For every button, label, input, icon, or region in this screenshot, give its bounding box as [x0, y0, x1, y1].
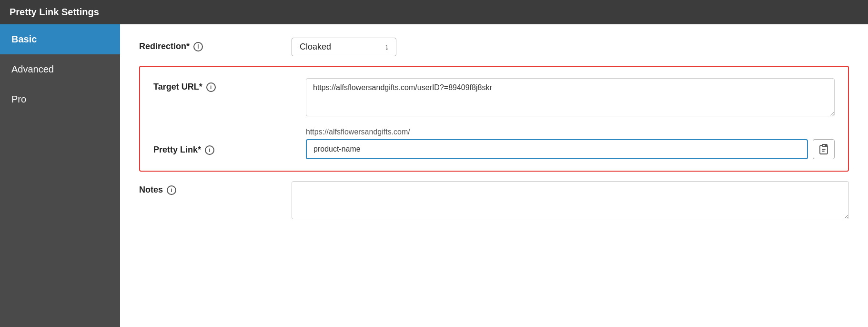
- main-content: Redirection* i Cloaked ⤵ Target URL* i: [120, 24, 868, 327]
- sidebar-item-pro-label: Pro: [11, 94, 26, 104]
- redirection-row: Redirection* i Cloaked ⤵: [139, 38, 849, 56]
- clipboard-icon: [818, 143, 829, 155]
- pretty-link-info-icon[interactable]: i: [205, 145, 214, 155]
- notes-control: [292, 181, 849, 221]
- redirection-info-icon[interactable]: i: [193, 42, 203, 51]
- page-wrapper: Pretty Link Settings Basic Advanced Pro …: [0, 0, 868, 327]
- sidebar-item-advanced-label: Advanced: [11, 64, 54, 74]
- sidebar-item-advanced[interactable]: Advanced: [0, 54, 120, 84]
- redirection-control: Cloaked ⤵: [292, 38, 849, 56]
- pretty-link-controls: https://alfsflowersandgifts.com/: [306, 128, 835, 159]
- target-url-row: Target URL* i https://alfsflowersandgift…: [153, 78, 835, 118]
- pretty-link-slug-input[interactable]: [306, 139, 808, 159]
- redirection-value: Cloaked: [300, 42, 331, 52]
- header: Pretty Link Settings: [0, 0, 868, 24]
- clipboard-button[interactable]: [813, 139, 835, 159]
- target-url-control: https://alfsflowersandgifts.com/userID?=…: [306, 78, 835, 118]
- target-url-info-icon[interactable]: i: [206, 82, 216, 92]
- redirection-select[interactable]: Cloaked ⤵: [292, 38, 396, 56]
- notes-row: Notes i: [139, 181, 849, 221]
- content-area: Basic Advanced Pro Redirection* i Cloake…: [0, 24, 868, 327]
- target-url-label: Target URL* i: [153, 78, 306, 92]
- target-url-input[interactable]: https://alfsflowersandgifts.com/userID?=…: [306, 78, 835, 116]
- sidebar-item-pro[interactable]: Pro: [0, 84, 120, 114]
- pretty-link-base-url: https://alfsflowersandgifts.com/: [306, 128, 835, 136]
- chevron-down-icon: ⤵: [385, 43, 388, 51]
- sidebar-item-basic-label: Basic: [11, 34, 37, 44]
- redirection-label: Redirection* i: [139, 38, 292, 51]
- sidebar: Basic Advanced Pro: [0, 24, 120, 327]
- sidebar-item-basic[interactable]: Basic: [0, 24, 120, 54]
- pretty-link-row: Pretty Link* i https://alfsflowersandgif…: [153, 128, 835, 159]
- page-title: Pretty Link Settings: [10, 7, 99, 18]
- pretty-link-label: Pretty Link* i: [153, 128, 306, 155]
- highlighted-section: Target URL* i https://alfsflowersandgift…: [139, 66, 849, 172]
- notes-label: Notes i: [139, 181, 292, 195]
- notes-info-icon[interactable]: i: [167, 185, 176, 195]
- notes-input[interactable]: [292, 181, 849, 219]
- pretty-link-input-row: [306, 139, 835, 159]
